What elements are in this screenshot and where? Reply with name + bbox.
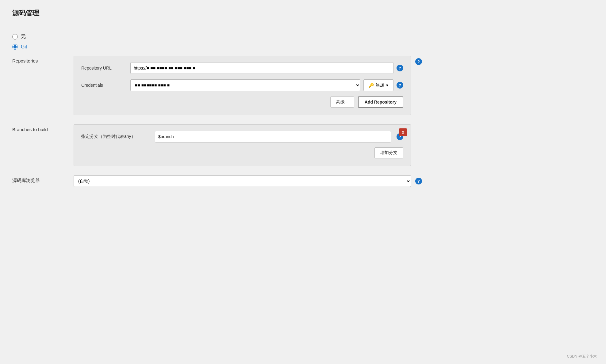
credentials-field-row: Credentials ■■ ■■■■■■ ■■■ ■ 🔑 添加 ▾ ?	[81, 79, 403, 91]
repositories-label: Repositories	[12, 56, 74, 63]
radio-git-label: Git	[21, 44, 27, 50]
radio-group: 无 Git	[12, 33, 594, 50]
radio-none-label: 无	[21, 33, 26, 40]
page-title: 源码管理	[0, 0, 606, 24]
repo-browser-help-icon[interactable]: ?	[415, 178, 422, 184]
add-branch-button[interactable]: 增加分支	[374, 147, 403, 158]
radio-none-option[interactable]: 无	[12, 33, 594, 40]
url-field-label: Repository URL	[81, 66, 130, 70]
credentials-help-icon[interactable]: ?	[397, 82, 403, 89]
radio-git-option[interactable]: Git	[12, 44, 594, 50]
branch-field-label: 指定分支（为空时代表any）	[81, 134, 155, 139]
url-help-icon[interactable]: ?	[397, 65, 403, 71]
repositories-content: Repository URL ? Credentials ■■ ■■■■■■ ■…	[74, 56, 411, 115]
branch-row: 指定分支（为空时代表any） X ?	[81, 131, 403, 142]
credentials-wrapper: ■■ ■■■■■■ ■■■ ■ 🔑 添加 ▾	[130, 79, 393, 91]
dropdown-arrow-icon: ▾	[386, 83, 388, 88]
add-credentials-button[interactable]: 🔑 添加 ▾	[363, 79, 393, 91]
browser-select[interactable]: (自动) GitHub GitLab BitBucket	[74, 175, 411, 187]
delete-branch-button[interactable]: X	[399, 128, 407, 136]
repositories-help-icon[interactable]: ?	[415, 58, 422, 65]
branch-input[interactable]	[155, 131, 391, 142]
branches-section: Branches to build 指定分支（为空时代表any） X ? 增加分…	[12, 124, 594, 166]
add-credentials-label: 添加	[376, 82, 384, 88]
branches-content: 指定分支（为空时代表any） X ? 增加分支	[74, 124, 411, 166]
repo-browser-section: 源码库浏览器 (自动) GitHub GitLab BitBucket ?	[12, 175, 594, 187]
url-input[interactable]	[130, 62, 393, 74]
watermark: CSDN @五个小木	[567, 354, 597, 359]
branches-label: Branches to build	[12, 124, 74, 132]
radio-none-input[interactable]	[12, 34, 18, 40]
url-field-row: Repository URL ?	[81, 62, 403, 74]
main-content: 无 Git Repositories Repository URL ? Cred…	[0, 24, 606, 205]
branches-buttons-row: 增加分支	[81, 147, 403, 158]
credentials-field-label: Credentials	[81, 83, 130, 88]
repo-buttons-row: 高级... Add Repository	[81, 97, 403, 108]
page-container: 源码管理 无 Git Repositories Repository URL ?	[0, 0, 606, 364]
add-repository-button[interactable]: Add Repository	[358, 97, 403, 108]
radio-git-input[interactable]	[12, 44, 18, 50]
repositories-section: Repositories Repository URL ? Credential…	[12, 56, 594, 115]
advanced-button[interactable]: 高级...	[330, 97, 354, 108]
repo-browser-label: 源码库浏览器	[12, 175, 74, 184]
key-icon: 🔑	[369, 83, 374, 88]
credentials-select[interactable]: ■■ ■■■■■■ ■■■ ■	[130, 79, 360, 91]
